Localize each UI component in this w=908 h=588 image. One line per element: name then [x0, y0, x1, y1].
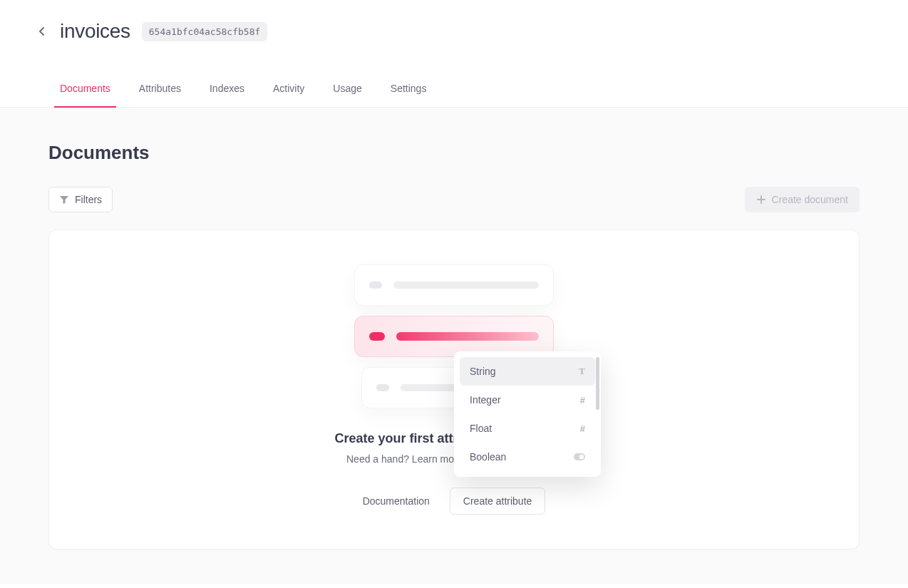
dropdown-item-label: Boolean [470, 451, 506, 463]
documentation-link[interactable]: Documentation [363, 495, 430, 507]
type-number-icon: # [580, 395, 585, 406]
dropdown-item-label: Float [470, 423, 492, 434]
create-document-button[interactable]: Create document [745, 187, 860, 212]
filters-label: Filters [75, 194, 102, 205]
tab-attributes[interactable]: Attributes [139, 83, 181, 107]
tab-usage[interactable]: Usage [333, 83, 361, 107]
dropdown-item-label: String [470, 366, 496, 377]
dropdown-scrollbar[interactable] [596, 357, 599, 410]
type-text-icon: T [579, 366, 585, 377]
svg-point-1 [579, 454, 584, 458]
dropdown-item-integer[interactable]: Integer # [460, 386, 595, 414]
tab-settings[interactable]: Settings [391, 83, 427, 107]
tabs: Documents Attributes Indexes Activity Us… [0, 83, 908, 108]
type-toggle-icon [574, 452, 585, 463]
dropdown-item-boolean[interactable]: Boolean [460, 443, 595, 471]
plus-icon [756, 195, 766, 205]
attribute-type-dropdown: String T Integer # Float # Boolean [454, 351, 601, 477]
tab-indexes[interactable]: Indexes [210, 83, 244, 107]
dropdown-item-float[interactable]: Float # [460, 414, 595, 443]
dropdown-item-label: Integer [470, 394, 501, 406]
filters-button[interactable]: Filters [48, 187, 113, 212]
collection-id-badge[interactable]: 654a1bfc04ac58cfb58f [142, 22, 268, 41]
back-button[interactable] [34, 24, 48, 38]
section-title: Documents [48, 142, 860, 164]
page-title: invoices [60, 20, 130, 43]
tab-documents[interactable]: Documents [60, 83, 110, 107]
tab-activity[interactable]: Activity [273, 83, 304, 107]
filter-icon [59, 195, 69, 205]
type-number-icon: # [580, 423, 585, 434]
chevron-left-icon [38, 26, 45, 36]
dropdown-item-string[interactable]: String T [460, 357, 595, 386]
create-attribute-button[interactable]: Create attribute [450, 488, 546, 515]
create-document-label: Create document [772, 194, 848, 205]
empty-state-card: Create your first attribute to get start… [48, 229, 860, 550]
